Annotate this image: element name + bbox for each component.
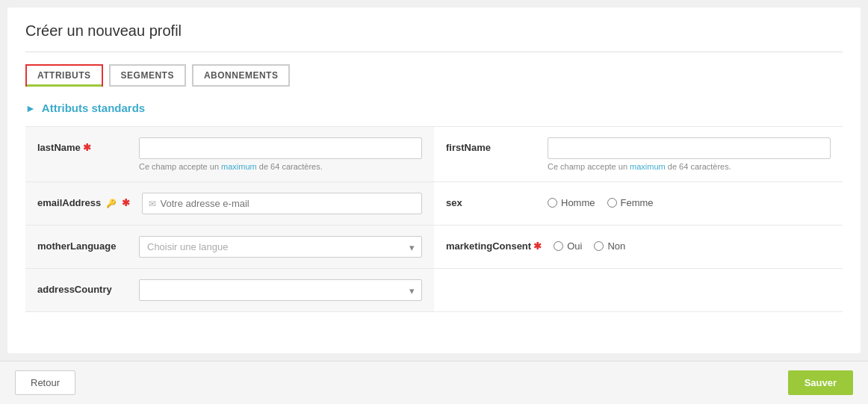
form-row-language-consent: motherLanguage Choisir une langue market… <box>25 225 843 268</box>
country-select-group <box>139 279 422 301</box>
tab-segments[interactable]: SEGMENTS <box>109 64 186 87</box>
country-select-wrapper <box>139 279 422 301</box>
consent-cell: marketingConsent✱ Oui Non <box>434 226 843 268</box>
lastname-input[interactable] <box>139 137 422 159</box>
section-title: Attributs standards <box>42 102 145 114</box>
email-cell: emailAddress 🔑 ✱ ✉ <box>25 182 434 225</box>
email-input-group: ✉ <box>142 193 422 214</box>
firstname-input[interactable] <box>548 137 831 159</box>
firstname-hint: Ce champ accepte un maximum de 64 caract… <box>548 162 831 171</box>
country-cell: addressCountry <box>25 269 434 311</box>
form-row-name: lastName✱ Ce champ accepte un maximum de… <box>25 126 843 181</box>
sex-femme-option[interactable]: Femme <box>607 197 654 208</box>
email-input[interactable] <box>161 193 415 214</box>
firstname-label: firstName <box>446 137 536 153</box>
language-select-group: Choisir une langue <box>139 236 422 258</box>
sex-cell: sex Homme Femme <box>434 182 843 225</box>
tab-attributs[interactable]: ATTRIBUTS <box>25 64 103 87</box>
page-title: Créer un nouveau profil <box>25 22 843 40</box>
consent-non-option[interactable]: Non <box>594 240 625 252</box>
consent-non-label: Non <box>607 240 625 252</box>
sex-radio-group: Homme Femme <box>548 193 831 208</box>
language-cell: motherLanguage Choisir une langue <box>25 226 434 268</box>
sex-homme-option[interactable]: Homme <box>548 197 595 208</box>
country-empty-cell <box>434 269 843 311</box>
email-label: emailAddress 🔑 ✱ <box>37 193 130 208</box>
sex-homme-label: Homme <box>561 197 595 208</box>
sex-options: Homme Femme <box>548 193 831 208</box>
sex-femme-radio[interactable] <box>607 198 617 208</box>
country-select[interactable] <box>139 279 422 301</box>
tab-abonnements[interactable]: ABONNEMENTS <box>192 64 291 87</box>
back-button[interactable]: Retour <box>15 370 75 395</box>
firstname-input-group: Ce champ accepte un maximum de 64 caract… <box>548 137 831 171</box>
lastname-input-group: Ce champ accepte un maximum de 64 caract… <box>139 137 422 171</box>
sex-homme-radio[interactable] <box>548 198 557 208</box>
footer-bar: Retour Sauver <box>0 361 868 404</box>
envelope-icon: ✉ <box>149 199 156 209</box>
consent-radio-group: Oui Non <box>554 236 831 252</box>
consent-non-radio[interactable] <box>594 241 604 251</box>
firstname-cell: firstName Ce champ accepte un maximum de… <box>434 127 843 181</box>
divider <box>25 52 843 52</box>
section-header: ► Attributs standards <box>25 102 843 114</box>
language-label: motherLanguage <box>37 236 127 252</box>
email-input-wrapper[interactable]: ✉ <box>142 193 422 214</box>
country-label: addressCountry <box>37 279 127 295</box>
sex-femme-label: Femme <box>621 197 654 208</box>
consent-oui-label: Oui <box>567 240 582 252</box>
save-button[interactable]: Sauver <box>788 370 853 395</box>
consent-options: Oui Non <box>554 236 831 252</box>
lastname-hint: Ce champ accepte un maximum de 64 caract… <box>139 162 422 171</box>
consent-oui-radio[interactable] <box>554 241 563 251</box>
consent-label: marketingConsent✱ <box>446 236 542 252</box>
chevron-icon: ► <box>25 102 36 114</box>
language-select-wrapper: Choisir une langue <box>139 236 422 258</box>
lastname-label: lastName✱ <box>37 137 127 153</box>
consent-oui-option[interactable]: Oui <box>554 240 582 252</box>
form-row-email-sex: emailAddress 🔑 ✱ ✉ sex Homme <box>25 181 843 225</box>
form-row-country: addressCountry <box>25 268 843 312</box>
tab-bar: ATTRIBUTS SEGMENTS ABONNEMENTS <box>25 64 843 87</box>
lastname-cell: lastName✱ Ce champ accepte un maximum de… <box>25 127 434 181</box>
sex-label: sex <box>446 193 536 208</box>
language-select[interactable]: Choisir une langue <box>139 236 422 258</box>
